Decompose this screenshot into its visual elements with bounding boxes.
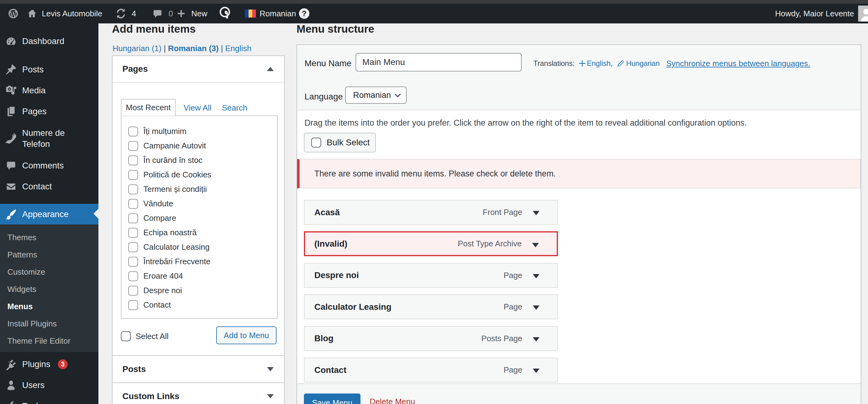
q-plugin-icon[interactable] [219,4,231,23]
tools-icon [0,400,22,404]
custom-links-section-header[interactable]: Custom Links [113,383,284,404]
menu-item-calculator-leasing[interactable]: Calculator Leasing Page [304,294,558,319]
menu-item-acasa[interactable]: Acasă Front Page [304,200,558,225]
submenu-item-install-plugins[interactable]: Install Plugins [0,315,98,332]
checkbox[interactable] [128,213,138,223]
menu-item-blog[interactable]: Blog Posts Page [304,326,558,351]
checkbox[interactable] [128,184,138,194]
sidebar-item-plugins[interactable]: Plugins 3 [0,354,98,375]
item-expand-chevron-icon[interactable] [533,337,539,342]
window-top-strip [0,0,868,4]
add-to-menu-button[interactable]: Add to Menu [216,326,277,344]
help-icon[interactable]: ? [299,4,309,23]
tab-most-recent[interactable]: Most Recent [121,99,176,116]
bulk-select-checkbox[interactable] [311,138,321,147]
submenu-item-customize[interactable]: Customize [0,263,98,281]
plus-new-icon[interactable] [177,4,186,23]
sidebar-item-appearance[interactable]: Appearance [0,204,98,225]
media-icon [0,85,22,96]
checkbox[interactable] [128,126,138,137]
menu-name-input[interactable] [355,53,522,71]
howdy-account-menu[interactable]: Howdy, Maior Levente [775,4,854,23]
admin-sidebar: Dashboard Posts Media Pages [0,23,98,404]
sidebar-item-posts[interactable]: Posts [0,59,98,80]
checkbox[interactable] [128,228,138,238]
invalid-items-notice: There are some invalid menu items. Pleas… [297,159,861,189]
plus-translation-icon [578,59,586,67]
checkbox[interactable] [128,300,138,310]
menu-item-despre-noi[interactable]: Despre noi Page [304,263,558,288]
sidebar-item-media[interactable]: Media [0,80,98,101]
comments-bubble-icon [0,161,22,171]
sidebar-item-comments[interactable]: Comments [0,155,98,176]
language-filter-row: Hungarian (1) | Romanian (3) | English [113,44,251,53]
select-all-checkbox[interactable] [121,331,131,341]
sidebar-item-contact[interactable]: Contact [0,176,98,197]
sidebar-item-dashboard[interactable]: Dashboard [0,31,98,52]
delete-menu-link[interactable]: Delete Menu [370,397,415,404]
romanian-flag-icon[interactable] [245,4,256,23]
synchronize-menus-link[interactable]: Synchronize menus between languages. [666,57,810,69]
sidebar-item-users[interactable]: Users [0,375,98,396]
menu-name-label: Menu Name [305,57,351,69]
site-name-link[interactable]: Levis Automobile [42,4,102,23]
expand-arrow-icon [267,394,274,399]
checkbox[interactable] [128,170,138,180]
sidebar-item-numere-de-telefon[interactable]: Numere de Telefon [0,122,98,155]
updates-count: 4 [132,4,136,23]
posts-section-header[interactable]: Posts [113,356,284,382]
menu-item-invalid[interactable]: (Invalid) Post Type Archive [304,231,558,256]
checkbox[interactable] [128,199,138,209]
new-menu-item[interactable]: New [191,4,207,23]
add-english-translation-link[interactable]: English [578,59,611,68]
edit-hungarian-translation-link[interactable]: Hungarian [616,59,660,68]
item-expand-chevron-icon[interactable] [532,243,539,247]
page-checklist-item: Eroare 404 [122,269,277,283]
checkbox[interactable] [128,141,138,151]
page-checklist-item: În curând în stoc [122,153,277,168]
checkbox[interactable] [128,155,138,165]
page-checklist-item: Campanie Autovit [122,139,277,153]
page-checklist-item: Compare [122,211,277,225]
item-expand-chevron-icon[interactable] [533,211,539,215]
active-menu-notch [89,209,98,219]
page-checklist-item: Politică de Cookies [122,168,277,182]
admin-language-label[interactable]: Romanian [259,4,296,23]
add-menu-items-title: Add menu items [112,23,196,35]
submenu-item-theme-file-editor[interactable]: Theme File Editor [0,332,98,349]
envelope-icon [0,181,22,192]
checkbox[interactable] [128,257,138,267]
filter-english-link[interactable]: English [225,44,251,53]
item-expand-chevron-icon[interactable] [533,274,539,278]
bulk-select-toggle[interactable]: Bulk Select [304,133,376,152]
checkbox[interactable] [128,242,138,252]
page-checklist-item: Îți mulțumim [122,124,277,139]
menu-item-contact[interactable]: Contact Page [304,357,558,382]
item-expand-chevron-icon[interactable] [533,306,539,310]
submenu-item-patterns[interactable]: Patterns [0,246,98,263]
updates-icon[interactable] [116,4,126,23]
phone-icon [0,133,22,144]
submenu-item-themes[interactable]: Themes [0,229,98,246]
filter-romanian-link[interactable]: Romanian (3) [168,44,219,53]
item-expand-chevron-icon[interactable] [533,369,539,373]
save-menu-button[interactable]: Save Menu [304,394,361,404]
submenu-item-menus[interactable]: Menus [0,298,98,315]
sidebar-item-tools[interactable]: Tools [0,396,98,404]
chevron-down-icon [394,93,401,97]
comments-icon[interactable] [153,4,162,23]
sidebar-item-pages[interactable]: Pages [0,101,98,122]
checkbox[interactable] [128,286,138,296]
language-label: Language [305,90,343,103]
tab-view-all[interactable]: View All [184,100,212,116]
page-checklist-item: Vândute [122,197,277,211]
language-select[interactable]: Romanian [345,87,407,104]
wordpress-logo-icon[interactable] [8,4,19,23]
filter-hungarian-link[interactable]: Hungarian (1) [113,44,161,53]
submenu-item-widgets[interactable]: Widgets [0,281,98,298]
home-icon[interactable] [27,4,37,23]
tab-search[interactable]: Search [222,100,247,116]
checkbox[interactable] [128,271,138,281]
avatar[interactable] [858,5,868,22]
pages-section-header[interactable]: Pages [113,56,284,82]
